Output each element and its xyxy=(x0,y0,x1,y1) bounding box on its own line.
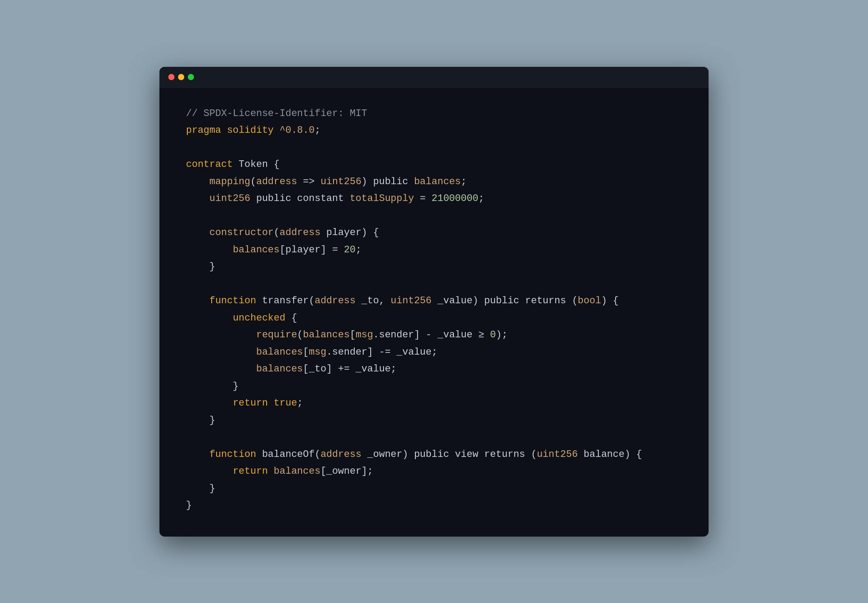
maximize-dot[interactable] xyxy=(188,74,194,80)
line-contract: contract Token { xyxy=(186,156,682,174)
code-editor: // SPDX-License-Identifier: MIT pragma s… xyxy=(159,88,709,537)
line-fn-balanceof: function balanceOf(address _owner) publi… xyxy=(186,446,682,464)
line-balance-plus: balances[_to] += _value; xyxy=(186,361,682,378)
titlebar xyxy=(159,67,709,88)
line-pragma: pragma solidity ^0.8.0; xyxy=(186,122,682,139)
line-balance-minus: balances[msg.sender] -= _value; xyxy=(186,344,682,361)
line-fn-transfer: function transfer(address _to, uint256 _… xyxy=(186,293,682,310)
blank-line xyxy=(186,208,682,225)
minimize-dot[interactable] xyxy=(178,74,184,80)
line-balances-player: balances[player] = 20; xyxy=(186,242,682,259)
close-dot[interactable] xyxy=(168,74,174,80)
line-contract-close: } xyxy=(186,497,682,514)
line-fn-balanceof-close: } xyxy=(186,480,682,498)
line-require: require(balances[msg.sender] - _value ≥ … xyxy=(186,327,682,344)
line-total-supply: uint256 public constant totalSupply = 21… xyxy=(186,190,682,208)
line-comment: // SPDX-License-Identifier: MIT xyxy=(186,105,682,123)
blank-line xyxy=(186,429,682,446)
line-constructor: constructor(address player) { xyxy=(186,224,682,242)
blank-line xyxy=(186,276,682,293)
line-fn-transfer-close: } xyxy=(186,412,682,429)
blank-line xyxy=(186,139,682,157)
line-unchecked: unchecked { xyxy=(186,310,682,327)
line-return-true: return true; xyxy=(186,395,682,412)
line-fn-balanceof-body: return balances[_owner]; xyxy=(186,463,682,480)
line-constructor-close: } xyxy=(186,259,682,276)
code-window: // SPDX-License-Identifier: MIT pragma s… xyxy=(159,67,709,537)
line-unchecked-close: } xyxy=(186,378,682,395)
line-mapping: mapping(address => uint256) public balan… xyxy=(186,174,682,191)
